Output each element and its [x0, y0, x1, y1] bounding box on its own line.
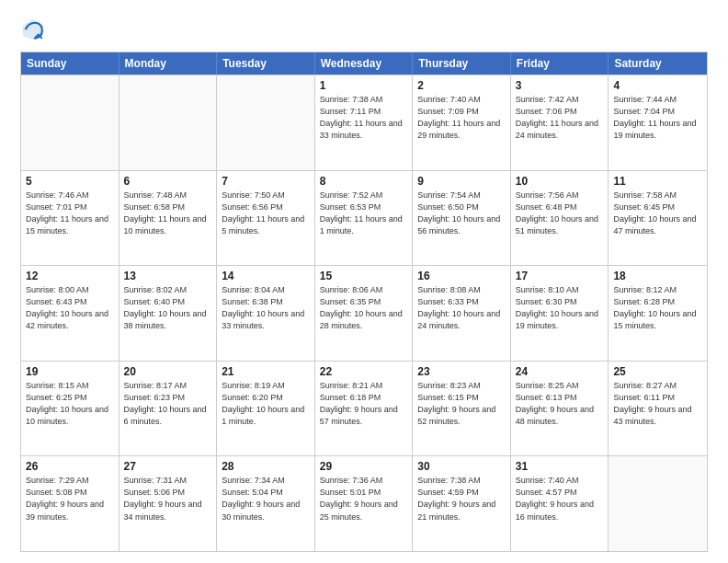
- logo: [20, 17, 50, 42]
- header-day-sunday: Sunday: [21, 52, 119, 75]
- calendar-body: 1Sunrise: 7:38 AM Sunset: 7:11 PM Daylig…: [21, 75, 707, 551]
- day-number: 30: [417, 460, 506, 473]
- calendar-cell-27: 27Sunrise: 7:31 AM Sunset: 5:06 PM Dayli…: [119, 456, 218, 551]
- cell-info: Sunrise: 8:02 AM Sunset: 6:40 PM Dayligh…: [124, 284, 212, 332]
- day-number: 24: [516, 365, 604, 378]
- calendar-cell-7: 7Sunrise: 7:50 AM Sunset: 6:56 PM Daylig…: [217, 171, 315, 266]
- cell-info: Sunrise: 8:10 AM Sunset: 6:30 PM Dayligh…: [516, 284, 604, 332]
- calendar-cell-14: 14Sunrise: 8:04 AM Sunset: 6:38 PM Dayli…: [217, 266, 315, 361]
- calendar-cell-5: 5Sunrise: 7:46 AM Sunset: 7:01 PM Daylig…: [21, 171, 119, 266]
- calendar-cell-4: 4Sunrise: 7:44 AM Sunset: 7:04 PM Daylig…: [609, 75, 707, 170]
- calendar-row-3: 19Sunrise: 8:15 AM Sunset: 6:25 PM Dayli…: [21, 361, 707, 456]
- cell-info: Sunrise: 8:00 AM Sunset: 6:43 PM Dayligh…: [26, 284, 114, 332]
- day-number: 17: [516, 270, 604, 282]
- calendar-row-0: 1Sunrise: 7:38 AM Sunset: 7:11 PM Daylig…: [21, 75, 707, 170]
- cell-info: Sunrise: 7:58 AM Sunset: 6:45 PM Dayligh…: [613, 190, 702, 237]
- cell-info: Sunrise: 7:34 AM Sunset: 5:04 PM Dayligh…: [222, 475, 310, 523]
- calendar-cell-empty-0-2: [217, 75, 315, 170]
- day-number: 10: [516, 175, 604, 188]
- calendar-cell-9: 9Sunrise: 7:54 AM Sunset: 6:50 PM Daylig…: [413, 171, 511, 266]
- calendar-cell-23: 23Sunrise: 8:23 AM Sunset: 6:15 PM Dayli…: [413, 362, 511, 456]
- calendar-cell-19: 19Sunrise: 8:15 AM Sunset: 6:25 PM Dayli…: [21, 362, 119, 456]
- cell-info: Sunrise: 7:31 AM Sunset: 5:06 PM Dayligh…: [124, 475, 212, 523]
- day-number: 27: [124, 460, 212, 473]
- calendar-cell-6: 6Sunrise: 7:48 AM Sunset: 6:58 PM Daylig…: [119, 171, 218, 266]
- page: SundayMondayTuesdayWednesdayThursdayFrid…: [0, 0, 728, 563]
- cell-info: Sunrise: 8:04 AM Sunset: 6:38 PM Dayligh…: [222, 284, 310, 332]
- day-number: 16: [417, 270, 506, 282]
- day-number: 7: [222, 175, 310, 188]
- day-number: 8: [320, 175, 408, 188]
- calendar-cell-18: 18Sunrise: 8:12 AM Sunset: 6:28 PM Dayli…: [609, 266, 707, 361]
- cell-info: Sunrise: 7:40 AM Sunset: 4:57 PM Dayligh…: [516, 475, 604, 523]
- header-day-monday: Monday: [119, 52, 218, 75]
- cell-info: Sunrise: 7:46 AM Sunset: 7:01 PM Dayligh…: [26, 190, 114, 237]
- cell-info: Sunrise: 7:48 AM Sunset: 6:58 PM Dayligh…: [124, 190, 212, 237]
- cell-info: Sunrise: 7:42 AM Sunset: 7:06 PM Dayligh…: [516, 94, 604, 142]
- day-number: 31: [516, 460, 604, 473]
- day-number: 6: [124, 175, 212, 188]
- header: [20, 17, 708, 42]
- cell-info: Sunrise: 8:06 AM Sunset: 6:35 PM Dayligh…: [320, 284, 408, 332]
- day-number: 15: [320, 270, 408, 282]
- day-number: 23: [417, 365, 506, 378]
- cell-info: Sunrise: 8:23 AM Sunset: 6:15 PM Dayligh…: [417, 380, 506, 428]
- day-number: 22: [320, 365, 408, 378]
- header-day-tuesday: Tuesday: [217, 52, 315, 75]
- cell-info: Sunrise: 8:17 AM Sunset: 6:23 PM Dayligh…: [124, 380, 212, 428]
- calendar-cell-31: 31Sunrise: 7:40 AM Sunset: 4:57 PM Dayli…: [511, 456, 609, 551]
- calendar-cell-3: 3Sunrise: 7:42 AM Sunset: 7:06 PM Daylig…: [511, 75, 609, 170]
- day-number: 4: [613, 79, 702, 92]
- day-number: 18: [613, 270, 702, 282]
- day-number: 25: [613, 365, 702, 378]
- day-number: 13: [124, 270, 212, 282]
- calendar-cell-22: 22Sunrise: 8:21 AM Sunset: 6:18 PM Dayli…: [315, 362, 414, 456]
- cell-info: Sunrise: 7:44 AM Sunset: 7:04 PM Dayligh…: [613, 94, 702, 142]
- calendar-cell-26: 26Sunrise: 7:29 AM Sunset: 5:08 PM Dayli…: [21, 456, 119, 551]
- calendar-cell-8: 8Sunrise: 7:52 AM Sunset: 6:53 PM Daylig…: [315, 171, 414, 266]
- calendar-header-row: SundayMondayTuesdayWednesdayThursdayFrid…: [21, 52, 707, 75]
- calendar-cell-20: 20Sunrise: 8:17 AM Sunset: 6:23 PM Dayli…: [119, 362, 218, 456]
- calendar-cell-24: 24Sunrise: 8:25 AM Sunset: 6:13 PM Dayli…: [511, 362, 609, 456]
- calendar-cell-17: 17Sunrise: 8:10 AM Sunset: 6:30 PM Dayli…: [511, 266, 609, 361]
- calendar-cell-empty-0-0: [21, 75, 119, 170]
- day-number: 19: [26, 365, 114, 378]
- cell-info: Sunrise: 7:50 AM Sunset: 6:56 PM Dayligh…: [222, 190, 310, 237]
- day-number: 26: [26, 460, 114, 473]
- day-number: 2: [417, 79, 506, 92]
- day-number: 3: [516, 79, 604, 92]
- calendar-cell-10: 10Sunrise: 7:56 AM Sunset: 6:48 PM Dayli…: [511, 171, 609, 266]
- calendar-row-1: 5Sunrise: 7:46 AM Sunset: 7:01 PM Daylig…: [21, 170, 707, 266]
- cell-info: Sunrise: 7:54 AM Sunset: 6:50 PM Dayligh…: [417, 190, 506, 237]
- calendar-cell-28: 28Sunrise: 7:34 AM Sunset: 5:04 PM Dayli…: [217, 456, 315, 551]
- calendar-cell-11: 11Sunrise: 7:58 AM Sunset: 6:45 PM Dayli…: [609, 171, 707, 266]
- cell-info: Sunrise: 7:29 AM Sunset: 5:08 PM Dayligh…: [26, 475, 114, 523]
- calendar-cell-12: 12Sunrise: 8:00 AM Sunset: 6:43 PM Dayli…: [21, 266, 119, 361]
- calendar-cell-21: 21Sunrise: 8:19 AM Sunset: 6:20 PM Dayli…: [217, 362, 315, 456]
- header-day-friday: Friday: [511, 52, 609, 75]
- day-number: 28: [222, 460, 310, 473]
- day-number: 11: [613, 175, 702, 188]
- calendar-cell-13: 13Sunrise: 8:02 AM Sunset: 6:40 PM Dayli…: [119, 266, 218, 361]
- calendar-row-4: 26Sunrise: 7:29 AM Sunset: 5:08 PM Dayli…: [21, 455, 707, 551]
- calendar-cell-16: 16Sunrise: 8:08 AM Sunset: 6:33 PM Dayli…: [413, 266, 511, 361]
- calendar-cell-29: 29Sunrise: 7:36 AM Sunset: 5:01 PM Dayli…: [315, 456, 414, 551]
- header-day-wednesday: Wednesday: [315, 52, 414, 75]
- logo-icon: [20, 17, 46, 42]
- day-number: 5: [26, 175, 114, 188]
- cell-info: Sunrise: 7:52 AM Sunset: 6:53 PM Dayligh…: [320, 190, 408, 237]
- cell-info: Sunrise: 7:38 AM Sunset: 4:59 PM Dayligh…: [417, 475, 506, 523]
- day-number: 20: [124, 365, 212, 378]
- cell-info: Sunrise: 8:27 AM Sunset: 6:11 PM Dayligh…: [613, 380, 702, 428]
- calendar-cell-1: 1Sunrise: 7:38 AM Sunset: 7:11 PM Daylig…: [315, 75, 414, 170]
- cell-info: Sunrise: 8:25 AM Sunset: 6:13 PM Dayligh…: [516, 380, 604, 428]
- header-day-thursday: Thursday: [413, 52, 511, 75]
- day-number: 21: [222, 365, 310, 378]
- calendar-row-2: 12Sunrise: 8:00 AM Sunset: 6:43 PM Dayli…: [21, 265, 707, 361]
- day-number: 1: [320, 79, 408, 92]
- cell-info: Sunrise: 7:40 AM Sunset: 7:09 PM Dayligh…: [417, 94, 506, 142]
- calendar-cell-empty-0-1: [119, 75, 218, 170]
- header-day-saturday: Saturday: [609, 52, 707, 75]
- calendar-cell-empty-4-6: [609, 456, 707, 551]
- cell-info: Sunrise: 8:08 AM Sunset: 6:33 PM Dayligh…: [417, 284, 506, 332]
